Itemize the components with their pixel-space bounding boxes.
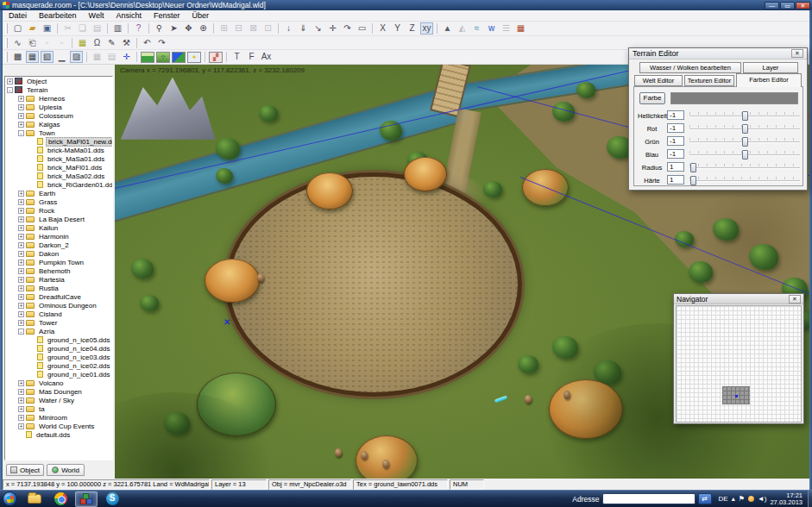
palette-image-icon[interactable]: ▦ bbox=[514, 22, 527, 34]
slider-value-input[interactable]: -1 bbox=[667, 149, 684, 159]
brush-icon[interactable]: ✎ bbox=[105, 37, 118, 49]
tree-item[interactable]: +Kailun bbox=[5, 223, 112, 232]
color-swatch[interactable] bbox=[670, 92, 798, 104]
tree-item[interactable]: +Darkon_2 bbox=[5, 241, 112, 249]
slider-value-input[interactable]: -1 bbox=[667, 123, 684, 133]
help-icon[interactable]: ? bbox=[132, 22, 145, 34]
tab-texturen-editor[interactable]: Texturen Editor bbox=[684, 75, 734, 86]
tree-item[interactable]: ground_n_ice04.dds bbox=[5, 344, 112, 353]
tab-farben-editor[interactable]: Farben Editor bbox=[736, 73, 802, 87]
tree-item[interactable]: +Object bbox=[5, 77, 112, 85]
tree-item[interactable]: brick_RiGarden01.dds bbox=[5, 180, 112, 189]
expander-plus-icon[interactable]: + bbox=[18, 208, 24, 214]
axis-y-button[interactable]: Y bbox=[391, 22, 404, 34]
expander-minus-icon[interactable]: - bbox=[18, 130, 24, 136]
menu-item-ansicht[interactable]: Ansicht bbox=[110, 11, 148, 20]
tab-world[interactable]: World bbox=[47, 464, 85, 476]
terrain-editor-close-icon[interactable]: ✕ bbox=[791, 49, 803, 58]
grid-icon[interactable]: ▦ bbox=[76, 37, 89, 49]
pan-hand-icon[interactable]: ✥ bbox=[182, 22, 195, 34]
tree-item[interactable]: +Volcano bbox=[5, 379, 112, 387]
expander-plus-icon[interactable]: + bbox=[18, 104, 24, 110]
text-ax-button[interactable]: Ax bbox=[260, 51, 273, 63]
tree-item[interactable]: +DreadfulCave bbox=[5, 292, 112, 301]
axis-z-button[interactable]: Z bbox=[406, 22, 419, 34]
drop-down-bold-icon[interactable]: ⇓ bbox=[297, 22, 310, 34]
tree-item[interactable]: +Colosseum bbox=[5, 111, 112, 120]
slider-thumb[interactable] bbox=[742, 150, 748, 160]
expander-plus-icon[interactable]: + bbox=[18, 199, 24, 205]
open-folder-icon[interactable]: ▰ bbox=[26, 22, 39, 34]
tree-item[interactable]: brick_MaSa01.dds bbox=[5, 154, 112, 163]
tree-item[interactable]: brick_MaFl01.dds bbox=[5, 163, 112, 172]
menu-item-bearbeiten[interactable]: Bearbeiten bbox=[33, 11, 83, 20]
expander-plus-icon[interactable]: + bbox=[18, 234, 24, 240]
grid-dots-icon[interactable]: ▨ bbox=[70, 51, 83, 63]
tree-item[interactable]: ground_n_ice01.dds bbox=[5, 370, 112, 379]
expander-plus-icon[interactable]: + bbox=[18, 191, 24, 197]
expander-plus-icon[interactable]: + bbox=[7, 78, 13, 84]
tray-chevron-icon[interactable]: ▴ bbox=[732, 495, 735, 503]
farbe-button[interactable]: Farbe bbox=[639, 92, 665, 104]
terrain-swatch-water[interactable] bbox=[172, 52, 186, 63]
mountain-raise-icon[interactable]: ▲ bbox=[441, 22, 454, 34]
taskbar-explorer-button[interactable] bbox=[23, 491, 46, 507]
tree-item[interactable]: +Tower bbox=[5, 318, 112, 327]
tab-layer[interactable]: Layer bbox=[743, 62, 798, 73]
slider-track[interactable] bbox=[689, 180, 800, 182]
tree-item[interactable]: +Miniroom bbox=[5, 413, 112, 422]
slider-value-input[interactable]: -1 bbox=[667, 136, 684, 146]
taskbar-clock[interactable]: 17:21 27.03.2013 bbox=[770, 492, 803, 506]
tray-app-icon[interactable] bbox=[748, 496, 754, 502]
tree-item[interactable]: brick_MaSa02.dds bbox=[5, 172, 112, 180]
window-titlebar[interactable]: masquerade.room - [C:\Users\Dennis\Deskt… bbox=[0, 0, 812, 10]
expander-plus-icon[interactable]: + bbox=[18, 260, 24, 266]
menu-item-welt[interactable]: Welt bbox=[83, 11, 110, 20]
rotate-icon[interactable]: ↷ bbox=[341, 22, 354, 34]
expander-plus-icon[interactable]: + bbox=[18, 251, 24, 257]
print-icon[interactable]: ▥ bbox=[111, 22, 124, 34]
taskbar-editor-button[interactable] bbox=[75, 491, 98, 507]
tab-object[interactable]: Object bbox=[6, 464, 44, 476]
tree-item[interactable]: ground_n_ice03.dds bbox=[5, 353, 112, 361]
navigator-map[interactable] bbox=[676, 305, 802, 422]
tree-item[interactable]: -Azria bbox=[5, 327, 112, 335]
tab-wasser-wolken-bearbeiten[interactable]: Wasser / Wolken bearbeiten bbox=[639, 62, 741, 73]
resource-tree[interactable]: +Object-Terrain+Herneos+Uplesia+Colosseu… bbox=[4, 76, 113, 460]
slider-thumb[interactable] bbox=[742, 137, 748, 147]
tree-item[interactable]: +Dakon bbox=[5, 249, 112, 258]
tree-item[interactable]: brick_MaFl01_new.dds bbox=[5, 137, 112, 146]
start-button[interactable] bbox=[3, 491, 17, 506]
tree-item[interactable]: -Town bbox=[5, 128, 112, 137]
expander-plus-icon[interactable]: + bbox=[18, 285, 24, 291]
undo-icon[interactable]: ↶ bbox=[141, 37, 154, 49]
select-box-icon[interactable]: ▭ bbox=[356, 22, 368, 34]
picker-icon[interactable]: ➤ bbox=[167, 22, 180, 34]
water-icon[interactable]: ≈ bbox=[470, 22, 483, 34]
expander-plus-icon[interactable]: + bbox=[18, 113, 24, 119]
minus-icon[interactable]: ▁ bbox=[55, 51, 68, 63]
address-go-icon[interactable]: ⇄ bbox=[698, 493, 712, 504]
slider-value-input[interactable]: -1 bbox=[667, 110, 684, 120]
expander-plus-icon[interactable]: + bbox=[18, 303, 24, 309]
export-box-icon[interactable]: ⎗ bbox=[26, 37, 39, 49]
taskbar-chrome-button[interactable] bbox=[49, 491, 72, 507]
expander-plus-icon[interactable]: + bbox=[18, 225, 24, 231]
expander-plus-icon[interactable]: + bbox=[18, 122, 24, 128]
tree-item[interactable]: +ta bbox=[5, 404, 112, 413]
slider-value-input[interactable]: 1 bbox=[667, 162, 684, 172]
expander-plus-icon[interactable]: + bbox=[18, 423, 24, 429]
tree-item[interactable]: +Kalgas bbox=[5, 120, 112, 128]
expander-plus-icon[interactable]: + bbox=[18, 96, 24, 102]
drop-down-icon[interactable]: ↓ bbox=[282, 22, 295, 34]
axis-x-button[interactable]: X bbox=[376, 22, 389, 34]
terrain-editor-dialog[interactable]: Terrain Editor ✕ Wasser / Wolken bearbei… bbox=[628, 47, 808, 191]
navigator-titlebar[interactable]: Navigator ✕ bbox=[674, 294, 803, 304]
tree-item[interactable]: +La Baja Desert bbox=[5, 215, 112, 223]
expander-plus-icon[interactable]: + bbox=[18, 216, 24, 222]
tree-item[interactable]: +Cisland bbox=[5, 310, 112, 318]
menu-item-datei[interactable]: Datei bbox=[3, 11, 33, 20]
tree-item[interactable]: +World Cup Events bbox=[5, 422, 112, 430]
tree-item[interactable]: +Rock bbox=[5, 206, 112, 215]
expander-plus-icon[interactable]: + bbox=[18, 406, 24, 412]
